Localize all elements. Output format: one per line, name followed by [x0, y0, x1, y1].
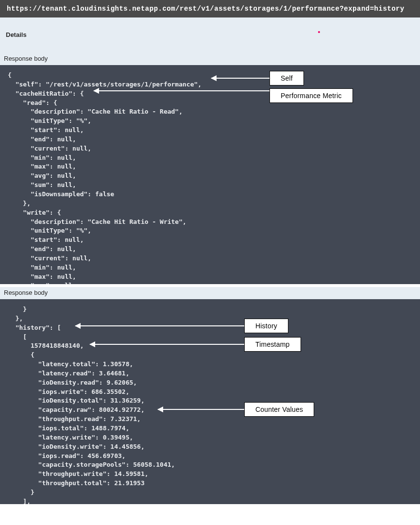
- url-text: https://tenant.cloudinsights.netapp.com/…: [7, 5, 404, 13]
- response-body-code-1: { "self": "/rest/v1/assets/storages/1/pe…: [0, 65, 420, 284]
- response-body-label-2: Response body: [0, 287, 420, 299]
- response-body-label-1: Response body: [0, 53, 420, 65]
- response-body-code-2: } }, "history": [ [ 1578418848140, { "la…: [0, 299, 420, 504]
- code-text-2: } }, "history": [ [ 1578418848140, { "la…: [8, 305, 413, 504]
- details-heading: Details: [0, 17, 420, 47]
- code-text-1: { "self": "/rest/v1/assets/storages/1/pe…: [8, 71, 413, 284]
- url-bar: https://tenant.cloudinsights.netapp.com/…: [0, 0, 420, 17]
- decorative-dot: [318, 31, 320, 33]
